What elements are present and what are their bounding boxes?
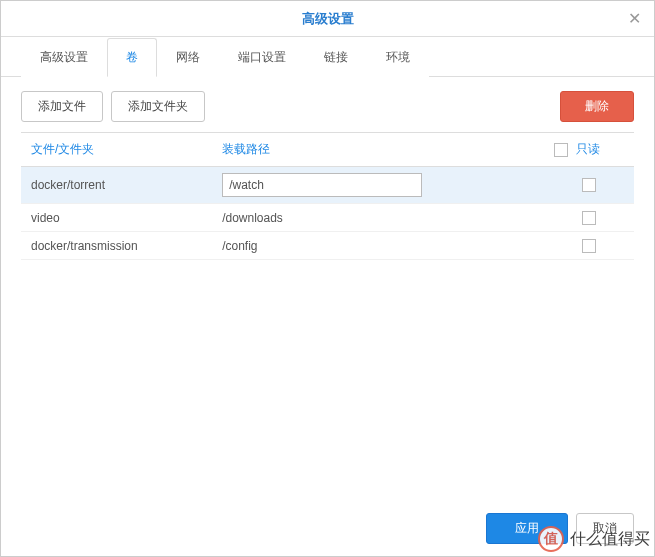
mount-path-input[interactable] (222, 173, 422, 197)
cell-readonly (544, 204, 634, 232)
readonly-checkbox[interactable] (582, 178, 596, 192)
cell-file: video (21, 204, 212, 232)
tab-link[interactable]: 链接 (305, 38, 367, 77)
close-icon[interactable]: ✕ (624, 9, 644, 29)
tab-bar: 高级设置 卷 网络 端口设置 链接 环境 (1, 37, 654, 77)
readonly-checkbox[interactable] (582, 239, 596, 253)
advanced-settings-modal: 高级设置 ✕ 高级设置 卷 网络 端口设置 链接 环境 添加文件 添加文件夹 删… (0, 0, 655, 557)
cancel-button[interactable]: 取消 (576, 513, 634, 544)
cell-mount: /downloads (212, 204, 544, 232)
tab-port[interactable]: 端口设置 (219, 38, 305, 77)
cell-file: docker/transmission (21, 232, 212, 260)
table-row[interactable]: video /downloads (21, 204, 634, 232)
apply-button[interactable]: 应用 (486, 513, 568, 544)
column-file[interactable]: 文件/文件夹 (21, 133, 212, 167)
cell-readonly (544, 167, 634, 204)
column-mount[interactable]: 装载路径 (212, 133, 544, 167)
cell-mount: /config (212, 232, 544, 260)
readonly-header-label: 只读 (576, 141, 600, 158)
modal-title: 高级设置 (302, 10, 354, 28)
cell-mount (212, 167, 544, 204)
titlebar: 高级设置 ✕ (1, 1, 654, 37)
readonly-checkbox[interactable] (582, 211, 596, 225)
volume-table-wrap: 文件/文件夹 装载路径 只读 docker/torrent (1, 132, 654, 501)
table-row[interactable]: docker/torrent (21, 167, 634, 204)
tab-advanced[interactable]: 高级设置 (21, 38, 107, 77)
column-readonly[interactable]: 只读 (544, 133, 634, 167)
table-row[interactable]: docker/transmission /config (21, 232, 634, 260)
toolbar: 添加文件 添加文件夹 删除 (1, 77, 654, 132)
add-file-button[interactable]: 添加文件 (21, 91, 103, 122)
tab-network[interactable]: 网络 (157, 38, 219, 77)
cell-readonly (544, 232, 634, 260)
tab-volume[interactable]: 卷 (107, 38, 157, 77)
add-folder-button[interactable]: 添加文件夹 (111, 91, 205, 122)
volume-table: 文件/文件夹 装载路径 只读 docker/torrent (21, 132, 634, 260)
readonly-header-checkbox[interactable] (554, 143, 568, 157)
tab-env[interactable]: 环境 (367, 38, 429, 77)
delete-button[interactable]: 删除 (560, 91, 634, 122)
cell-file: docker/torrent (21, 167, 212, 204)
footer: 应用 取消 值 什么值得买 (1, 501, 654, 556)
